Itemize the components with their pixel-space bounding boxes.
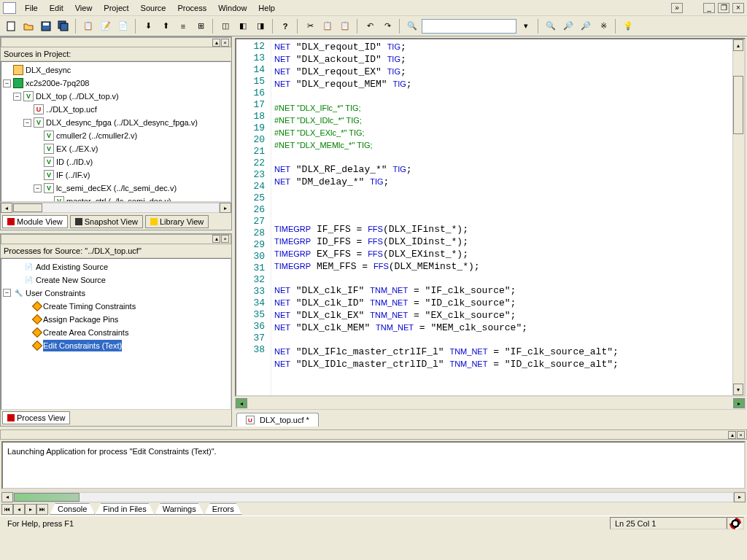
editor-tab[interactable]: U DLX_top.ucf * [236,413,319,427]
console-hscroll[interactable]: ◂ ▸ [1,491,746,502]
tree-file[interactable]: VEX (../EX.v) [3,142,229,155]
panel-close-icon[interactable]: × [221,39,229,47]
tree-file[interactable]: VIF (../IF.v) [3,168,229,182]
collapse-icon[interactable]: − [3,79,11,88]
tab-first-icon[interactable]: ⏮ [1,504,13,515]
tool-icon-b[interactable]: 📝 [98,18,114,34]
lightbulb-icon[interactable]: 💡 [620,18,636,34]
menu-project[interactable]: Project [98,1,134,15]
tree-file[interactable]: Vmaster_ctrl (../lc_semi_dec.v) [3,195,229,202]
sources-hscroll[interactable]: ◂ ▸ [1,202,231,214]
save-icon[interactable] [38,18,54,34]
collapse-icon[interactable]: − [23,119,31,127]
tool-icon-c[interactable]: 📄 [115,18,131,34]
process-pins[interactable]: Assign Package Pins [3,313,229,326]
tab-prev-icon[interactable]: ◂ [13,504,25,515]
process-edit-constraints[interactable]: Edit Constraints (Text) [3,339,229,352]
copy-icon[interactable]: 📋 [320,18,336,34]
tool-icon-e[interactable]: ⬆ [158,18,174,34]
process-new-source[interactable]: 📄Create New Source [3,273,229,287]
minimize-button[interactable]: _ [703,3,715,13]
restore-button[interactable]: ❐ [718,3,729,13]
menu-edit[interactable]: Edit [44,1,69,15]
panel-close-icon[interactable]: × [737,431,745,439]
menu-source[interactable]: Source [135,1,172,15]
tool-icon-f[interactable]: ≡ [175,18,191,34]
menu-process[interactable]: Process [171,1,212,15]
tab-last-icon[interactable]: ⏭ [36,504,48,515]
tree-ucf[interactable]: U../DLX_top.ucf [3,103,229,116]
process-user-constraints[interactable]: −🔧User Constraints [3,287,229,300]
tree-lcsemi[interactable]: −Vlc_semi_decEX (../lc_semi_dec.v) [3,182,229,195]
scroll-left-icon[interactable]: ◂ [1,203,12,213]
paste-icon[interactable]: 📋 [337,18,353,34]
process-add-source[interactable]: 📄Add Existing Source [3,260,229,273]
console-output[interactable]: Launching Application for process "Edit … [1,441,746,489]
scroll-thumb[interactable] [733,76,743,134]
close-button[interactable]: × [732,3,744,13]
tree-top[interactable]: −VDLX_top (../DLX_top.v) [3,90,229,103]
find-next-icon[interactable]: 🔎 [560,18,576,34]
tool-icon-a[interactable]: 📋 [80,18,96,34]
dropdown-icon[interactable]: ▾ [518,18,534,34]
collapse-icon[interactable]: − [13,93,21,101]
menu-window[interactable]: Window [212,1,252,15]
bookmark-icon[interactable]: ※ [595,18,611,34]
new-icon[interactable] [3,18,19,34]
save-all-icon[interactable] [55,18,71,34]
panel-up-icon[interactable]: ▴ [212,39,220,47]
scroll-up-icon[interactable]: ▴ [733,39,743,51]
editor-vscroll[interactable]: ▴ ▾ [732,39,744,395]
tab-errors[interactable]: Errors [204,503,242,515]
tab-module-view[interactable]: Module View [2,215,68,228]
undo-icon[interactable]: ↶ [362,18,378,34]
panel-close-icon[interactable]: × [221,235,229,243]
tool-icon-j[interactable]: ◨ [252,18,268,34]
scroll-left-icon[interactable]: ◂ [236,398,247,408]
help-pointer-icon[interactable]: ? [277,18,293,34]
code-area[interactable]: NET "DLX_reqout_ID" TIG; NET "DLX_ackout… [271,39,732,395]
tool-icon-h[interactable]: ◫ [217,18,233,34]
process-timing[interactable]: Create Timing Constraints [3,300,229,313]
find-prev-icon[interactable]: 🔎 [578,18,594,34]
tree-device[interactable]: −xc2s200e-7pq208 [3,77,229,90]
tool-icon-i[interactable]: ◧ [235,18,251,34]
tab-console[interactable]: Console [50,503,95,515]
menu-view[interactable]: View [69,1,98,15]
tree-file[interactable]: VID (../ID.v) [3,155,229,168]
scroll-right-icon[interactable]: ▸ [734,492,746,502]
panel-up-icon[interactable]: ▴ [728,431,736,439]
scroll-left-icon[interactable]: ◂ [1,492,13,502]
menu-file[interactable]: File [19,1,44,15]
tool-icon-d[interactable]: ⬇ [140,18,156,34]
panel-up-icon[interactable]: ▴ [212,235,220,243]
scroll-thumb[interactable] [13,203,42,212]
tab-next-icon[interactable]: ▸ [25,504,36,515]
redo-icon[interactable]: ↷ [379,18,395,34]
search-input[interactable] [422,19,516,34]
tab-process-view[interactable]: Process View [2,411,70,424]
scroll-right-icon[interactable]: ▸ [220,203,231,213]
tab-find-in-files[interactable]: Find in Files [95,503,154,515]
tool-icon-g[interactable]: ⊞ [193,18,209,34]
cut-icon[interactable]: ✂ [302,18,318,34]
search-icon[interactable]: 🔍 [404,18,420,34]
process-area[interactable]: Create Area Constraints [3,326,229,339]
scroll-thumb[interactable] [14,493,80,502]
menu-help[interactable]: Help [252,1,281,15]
svg-rect-0 [7,22,15,31]
tree-fpga[interactable]: −VDLX_desync_fpga (../DLX_desync_fpga.v) [3,116,229,129]
tab-warnings[interactable]: Warnings [155,503,204,515]
overflow-icon[interactable]: » [671,3,683,13]
collapse-icon[interactable]: − [3,289,11,297]
scroll-down-icon[interactable]: ▾ [733,384,743,395]
tab-snapshot-view[interactable]: Snapshot View [70,215,143,228]
editor-hscroll[interactable]: ◂ ▸ [235,398,746,410]
collapse-icon[interactable]: − [34,184,42,192]
tab-library-view[interactable]: Library View [145,215,209,228]
tree-project[interactable]: DLX_desync [3,63,229,77]
find-icon[interactable]: 🔍 [543,18,559,34]
tree-file[interactable]: Vcmuller2 (../cmuller2.v) [3,129,229,142]
scroll-right-icon[interactable]: ▸ [733,398,745,408]
open-icon[interactable] [20,18,36,34]
